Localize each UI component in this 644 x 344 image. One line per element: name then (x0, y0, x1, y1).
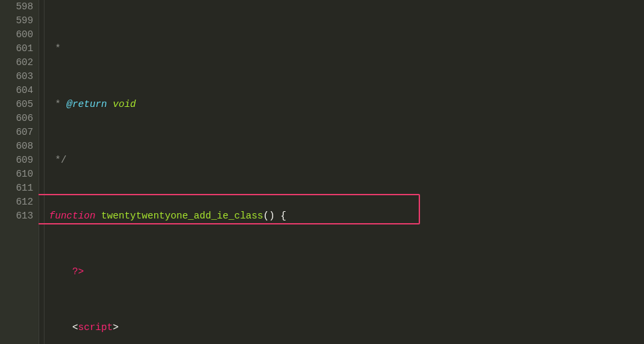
line-number: 611 (0, 181, 33, 195)
line-number: 604 (0, 84, 33, 98)
line-number: 602 (0, 56, 33, 70)
code-line: ?> (49, 265, 546, 279)
line-number: 607 (0, 126, 33, 139)
code-area[interactable]: * * @return void */ function twentytwent… (39, 0, 546, 344)
line-number: 599 (0, 14, 33, 28)
line-number: 613 (0, 209, 33, 223)
brace-open: { (280, 211, 286, 221)
doc-type: void (113, 99, 136, 110)
line-number: 601 (0, 42, 33, 56)
tag-name: script (78, 322, 113, 333)
php-close: ?> (72, 266, 84, 277)
fn-name: twentytwentyone_add_ie_class (101, 211, 263, 221)
line-number: 610 (0, 167, 33, 181)
line-number-gutter: 5985996006016026036046056066076086096106… (0, 0, 39, 344)
line-number: 605 (0, 98, 33, 112)
code-line: <script> (49, 321, 546, 335)
line-number: 606 (0, 112, 33, 126)
line-number: 609 (0, 153, 33, 167)
line-number: 603 (0, 70, 33, 84)
code-line: */ (49, 153, 546, 167)
parens: () (263, 211, 274, 221)
kw-function: function (49, 211, 96, 221)
line-number: 612 (0, 195, 33, 209)
line-number: 600 (0, 28, 33, 42)
doc-tag: @return (66, 99, 107, 110)
line-number: 598 (0, 0, 33, 14)
code-line: * (49, 42, 546, 56)
comment-star: * (49, 99, 60, 110)
tag-open: < (72, 322, 78, 333)
tag-close: > (113, 322, 119, 333)
line-number: 608 (0, 139, 33, 153)
comment-close: */ (49, 155, 66, 165)
code-line: * @return void (49, 98, 546, 112)
code-line: function twentytwentyone_add_ie_class() … (49, 209, 546, 223)
comment-star: * (49, 43, 60, 54)
code-editor[interactable]: 5985996006016026036046056066076086096106… (0, 0, 644, 344)
